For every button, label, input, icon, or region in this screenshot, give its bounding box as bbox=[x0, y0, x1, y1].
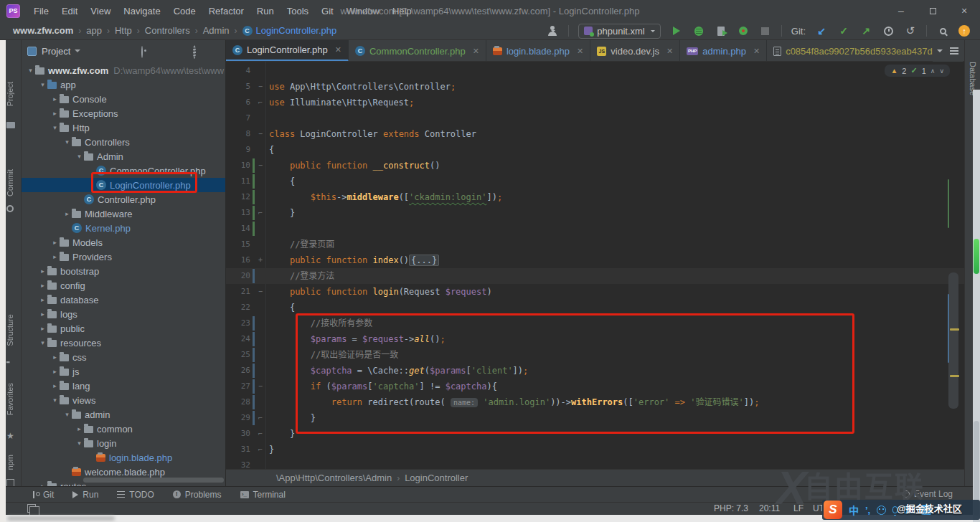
tool-button-commit[interactable]: Commit bbox=[6, 169, 14, 196]
tree-item[interactable]: welcome.blade.php bbox=[22, 465, 225, 479]
tree-item[interactable]: ▾views bbox=[22, 393, 225, 407]
menu-edit[interactable]: Edit bbox=[55, 6, 84, 16]
code-line-7[interactable]: 7 bbox=[226, 110, 964, 126]
tree-item[interactable]: ▸Console bbox=[22, 92, 225, 106]
breadcrumb-item[interactable]: Http bbox=[115, 25, 132, 36]
breadcrumb-namespace[interactable]: \App\Http\Controllers\Admin bbox=[276, 473, 392, 483]
tool-button-project[interactable]: Project bbox=[6, 82, 14, 106]
tool-window-button-git[interactable]: Git bbox=[32, 490, 54, 500]
menu-view[interactable]: View bbox=[84, 6, 117, 16]
code-line-21[interactable]: 21− public function login(Request $reque… bbox=[226, 284, 964, 300]
code-line-10[interactable]: 10− public function __construct() bbox=[226, 158, 964, 174]
editor-tab[interactable]: JSvideo.dev.js✕ bbox=[590, 40, 680, 62]
tree-item[interactable]: ▾resources bbox=[22, 336, 225, 350]
run-button[interactable] bbox=[670, 24, 683, 37]
tree-item[interactable]: ▸Middleware bbox=[22, 207, 225, 221]
tool-window-switcher-icon[interactable] bbox=[27, 504, 36, 513]
editor-tab[interactable]: login.blade.php✕ bbox=[486, 40, 590, 62]
code-line-16[interactable]: 16+ public function index(){...} bbox=[226, 252, 964, 268]
minimize-button[interactable]: – bbox=[885, 5, 917, 16]
search-everywhere-button[interactable] bbox=[936, 24, 949, 37]
fold-marker-icon[interactable]: ⌐ bbox=[256, 205, 265, 221]
menu-refactor[interactable]: Refactor bbox=[202, 6, 250, 16]
tree-item[interactable]: ▸logs bbox=[22, 307, 225, 321]
menu-code[interactable]: Code bbox=[167, 6, 202, 16]
breadcrumb-item[interactable]: app bbox=[86, 25, 102, 36]
code-line-5[interactable]: 5−use App\Http\Controllers\Controller; bbox=[226, 79, 964, 95]
menu-file[interactable]: File bbox=[27, 6, 55, 16]
menu-tools[interactable]: Tools bbox=[281, 6, 315, 16]
tool-window-button-terminal[interactable]: ›_Terminal bbox=[240, 490, 286, 500]
horizontal-scrollbar[interactable] bbox=[83, 478, 224, 483]
menu-run[interactable]: Run bbox=[250, 6, 281, 16]
tree-item[interactable]: ▸Models bbox=[22, 235, 225, 250]
tree-item[interactable]: ▾www.zfw.comD:\wamp64\www\test\www bbox=[22, 63, 225, 77]
profiler-button[interactable] bbox=[737, 24, 750, 37]
code-line-8[interactable]: 8−class LoginController extends Controll… bbox=[226, 126, 964, 142]
hide-panel-button[interactable] bbox=[210, 47, 220, 56]
code-line-14[interactable]: 14 bbox=[226, 221, 964, 237]
inspections-widget[interactable]: ▲ 2 ✓ 1 ∧ ∨ bbox=[885, 65, 950, 77]
tree-item[interactable]: CKernel.php bbox=[22, 221, 225, 235]
tree-item[interactable]: ▾login bbox=[22, 436, 225, 450]
scrollbar-warning-marker[interactable] bbox=[950, 375, 959, 377]
tool-window-button-todo[interactable]: TODO bbox=[117, 490, 154, 500]
tree-item[interactable]: ▸common bbox=[22, 422, 225, 436]
tab-list-icon[interactable] bbox=[950, 47, 958, 54]
tree-item[interactable]: ▸bootstrap bbox=[22, 264, 225, 278]
panel-settings-button[interactable] bbox=[193, 47, 202, 56]
fold-marker-icon[interactable]: + bbox=[256, 252, 265, 268]
breadcrumb-item[interactable]: Controllers bbox=[145, 25, 190, 36]
code-line-15[interactable]: 15 //登录页面 bbox=[226, 237, 964, 252]
editor-scrollbar[interactable] bbox=[948, 272, 958, 409]
stop-button[interactable] bbox=[759, 24, 772, 37]
prev-problem-button[interactable]: ∧ bbox=[930, 67, 936, 75]
tree-item[interactable]: CController.php bbox=[22, 192, 225, 207]
close-icon[interactable]: ✕ bbox=[473, 47, 479, 56]
rollback-button[interactable]: ↺ bbox=[904, 24, 917, 37]
ime-punctuation-toggle[interactable]: ’, bbox=[865, 505, 870, 516]
editor-tab[interactable]: PHPadmin.php✕ bbox=[680, 40, 767, 62]
code-line-9[interactable]: 9{ bbox=[226, 142, 964, 158]
scrollbar-green-thumb[interactable] bbox=[974, 239, 979, 274]
user-account-button[interactable] bbox=[546, 24, 559, 37]
fold-marker-icon[interactable]: ⌐ bbox=[256, 95, 265, 110]
tree-item[interactable]: ▾Controllers bbox=[22, 135, 225, 149]
coverage-button[interactable] bbox=[715, 24, 727, 37]
next-problem-button[interactable]: ∨ bbox=[939, 67, 944, 75]
tool-button-favorites[interactable]: Favorites bbox=[6, 383, 14, 415]
fold-marker-icon[interactable]: − bbox=[256, 284, 265, 300]
close-button[interactable]: × bbox=[948, 5, 980, 16]
close-icon[interactable]: ✕ bbox=[753, 47, 760, 56]
menu-git[interactable]: Git bbox=[315, 6, 340, 16]
fold-marker-icon[interactable]: − bbox=[256, 379, 265, 394]
close-icon[interactable]: ✕ bbox=[577, 47, 583, 56]
history-button[interactable] bbox=[882, 24, 895, 37]
editor-tab[interactable]: CCommonController.php✕ bbox=[349, 40, 486, 62]
code-line-4[interactable]: 4 bbox=[226, 63, 964, 79]
scrollbar-warning-marker[interactable] bbox=[950, 328, 959, 331]
tree-item[interactable]: ▾app bbox=[22, 77, 225, 92]
collapse-all-button[interactable] bbox=[159, 47, 168, 56]
tree-item[interactable]: ▸Providers bbox=[22, 250, 225, 264]
fold-marker-icon[interactable]: − bbox=[256, 126, 265, 142]
fold-marker-icon[interactable]: − bbox=[256, 158, 265, 174]
tree-item[interactable]: login.blade.php bbox=[22, 450, 225, 465]
host-page-scrollbar[interactable] bbox=[973, 90, 980, 522]
php-version[interactable]: PHP: 7.3 bbox=[714, 503, 748, 513]
tree-item[interactable]: ▸database bbox=[22, 293, 225, 307]
breadcrumb-class[interactable]: LoginController bbox=[405, 473, 468, 483]
tool-window-button-problems[interactable]: !Problems bbox=[173, 490, 222, 500]
hidden-tabs-chevron-icon[interactable] bbox=[937, 49, 943, 55]
code-line-6[interactable]: 6⌐use Illuminate\Http\Request; bbox=[226, 95, 964, 110]
breadcrumb-current-file[interactable]: CLoginController.php bbox=[242, 25, 337, 36]
git-update-button[interactable]: ↙ bbox=[815, 24, 828, 37]
tree-item[interactable]: ▸Exceptions bbox=[22, 106, 225, 120]
tool-button-npm[interactable]: npm bbox=[6, 455, 14, 470]
update-available-badge[interactable]: ↑ bbox=[958, 25, 970, 37]
maximize-button[interactable] bbox=[917, 5, 948, 16]
close-icon[interactable]: ✕ bbox=[335, 45, 341, 54]
tool-window-button-run[interactable]: Run bbox=[72, 490, 98, 500]
editor-tab[interactable]: CLoginController.php✕ bbox=[226, 40, 349, 62]
fold-marker-icon[interactable]: ⌐ bbox=[256, 426, 265, 442]
